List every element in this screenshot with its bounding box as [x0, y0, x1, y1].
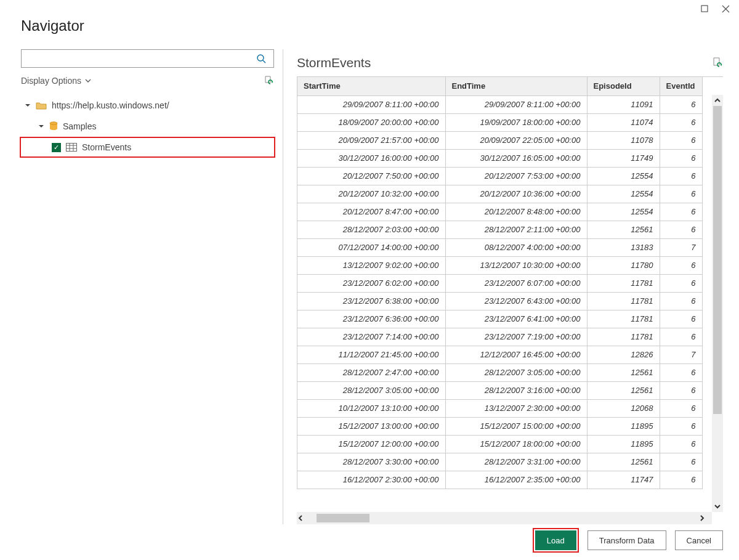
table-row[interactable]: 16/12/2007 2:30:00 +00:0016/12/2007 2:35… — [297, 471, 702, 489]
table-cell: 6 — [660, 292, 702, 310]
table-icon — [66, 143, 77, 152]
table-cell: 16/12/2007 2:35:00 +00:00 — [445, 471, 587, 489]
search-input[interactable] — [22, 54, 256, 63]
table-cell: 11895 — [587, 417, 660, 435]
table-row[interactable]: 23/12/2007 7:14:00 +00:0023/12/2007 7:19… — [297, 328, 702, 346]
table-cell: 6 — [660, 113, 702, 131]
table-row[interactable]: 20/09/2007 21:57:00 +00:0020/09/2007 22:… — [297, 131, 702, 149]
table-row[interactable]: 10/12/2007 13:10:00 +00:0013/12/2007 2:3… — [297, 399, 702, 417]
search-icon[interactable] — [256, 54, 273, 63]
table-cell: 6 — [660, 274, 702, 292]
refresh-preview-icon[interactable] — [711, 57, 723, 69]
col-header[interactable]: EpisodeId — [587, 77, 660, 95]
table-row[interactable]: 15/12/2007 13:00:00 +00:0015/12/2007 15:… — [297, 417, 702, 435]
col-header[interactable]: EventId — [660, 77, 702, 95]
table-cell: 11780 — [587, 256, 660, 274]
table-cell: 18/09/2007 20:00:00 +00:00 — [297, 113, 445, 131]
table-cell: 28/12/2007 3:05:00 +00:00 — [445, 363, 587, 381]
page-title: Navigator — [0, 0, 739, 42]
table-cell: 30/12/2007 16:00:00 +00:00 — [297, 149, 445, 167]
table-cell: 13/12/2007 10:30:00 +00:00 — [445, 256, 587, 274]
vertical-scrollbar[interactable] — [712, 95, 723, 512]
table-row[interactable]: 07/12/2007 14:00:00 +00:0008/12/2007 4:0… — [297, 238, 702, 256]
scrollbar-thumb[interactable] — [713, 106, 722, 414]
table-row[interactable]: 29/09/2007 8:11:00 +00:0029/09/2007 8:11… — [297, 95, 702, 113]
tree-database-node[interactable]: Samples — [21, 116, 274, 137]
transform-data-button[interactable]: Transform Data — [588, 530, 666, 550]
horizontal-scrollbar[interactable] — [297, 512, 712, 524]
svg-line-4 — [263, 60, 265, 63]
table-cell: 6 — [660, 435, 702, 453]
table-cell: 6 — [660, 417, 702, 435]
table-cell: 6 — [660, 149, 702, 167]
window-close-icon[interactable] — [721, 4, 730, 14]
table-cell: 20/12/2007 7:53:00 +00:00 — [445, 167, 587, 185]
scroll-down-icon[interactable] — [714, 501, 721, 512]
table-cell: 6 — [660, 95, 702, 113]
cancel-button[interactable]: Cancel — [675, 530, 723, 550]
table-row[interactable]: 28/12/2007 2:47:00 +00:0028/12/2007 3:05… — [297, 363, 702, 381]
display-options-dropdown[interactable]: Display Options — [21, 76, 91, 86]
preview-table: StartTime EndTime EpisodeId EventId 29/0… — [297, 77, 703, 489]
table-cell: 12826 — [587, 346, 660, 363]
window-restore-icon[interactable] — [700, 4, 709, 14]
table-cell: 28/12/2007 3:16:00 +00:00 — [445, 381, 587, 399]
table-row[interactable]: 28/12/2007 2:03:00 +00:0028/12/2007 2:11… — [297, 221, 702, 238]
table-row[interactable]: 18/09/2007 20:00:00 +00:0019/09/2007 18:… — [297, 113, 702, 131]
table-cell: 11074 — [587, 113, 660, 131]
table-cell: 11781 — [587, 328, 660, 346]
table-row[interactable]: 20/12/2007 8:47:00 +00:0020/12/2007 8:48… — [297, 203, 702, 221]
preview-pane: StormEvents StartTime EndTime EpisodeId — [283, 49, 739, 524]
table-row[interactable]: 28/12/2007 3:05:00 +00:0028/12/2007 3:16… — [297, 381, 702, 399]
table-row[interactable]: 23/12/2007 6:36:00 +00:0023/12/2007 6:41… — [297, 310, 702, 328]
table-row[interactable]: 11/12/2007 21:45:00 +00:0012/12/2007 16:… — [297, 346, 702, 363]
table-cell: 11/12/2007 21:45:00 +00:00 — [297, 346, 445, 363]
scroll-up-icon[interactable] — [714, 95, 721, 106]
table-cell: 12554 — [587, 203, 660, 221]
table-cell: 23/12/2007 7:14:00 +00:00 — [297, 328, 445, 346]
table-row[interactable]: 20/12/2007 7:50:00 +00:0020/12/2007 7:53… — [297, 167, 702, 185]
table-row[interactable]: 30/12/2007 16:00:00 +00:0030/12/2007 16:… — [297, 149, 702, 167]
table-row[interactable]: 23/12/2007 6:38:00 +00:0023/12/2007 6:43… — [297, 292, 702, 310]
table-cell: 20/12/2007 8:48:00 +00:00 — [445, 203, 587, 221]
table-row[interactable]: 20/12/2007 10:32:00 +00:0020/12/2007 10:… — [297, 185, 702, 203]
dialog-footer: Load Transform Data Cancel — [533, 528, 723, 553]
svg-point-3 — [257, 55, 264, 61]
table-cell: 28/12/2007 3:05:00 +00:00 — [297, 381, 445, 399]
table-checkbox[interactable]: ✓ — [52, 143, 61, 152]
table-cell: 23/12/2007 6:43:00 +00:00 — [445, 292, 587, 310]
table-row[interactable]: 28/12/2007 3:30:00 +00:0028/12/2007 3:31… — [297, 453, 702, 471]
scroll-left-icon[interactable] — [297, 514, 310, 522]
search-input-wrap[interactable] — [21, 49, 274, 68]
table-cell: 13/12/2007 9:02:00 +00:00 — [297, 256, 445, 274]
scroll-right-icon[interactable] — [698, 514, 712, 522]
table-row[interactable]: 23/12/2007 6:02:00 +00:0023/12/2007 6:07… — [297, 274, 702, 292]
tree-table-node[interactable]: ✓ StormEvents — [20, 137, 275, 158]
refresh-tree-icon[interactable] — [263, 75, 274, 86]
table-row[interactable]: 15/12/2007 12:00:00 +00:0015/12/2007 18:… — [297, 435, 702, 453]
tree-database-label: Samples — [63, 121, 96, 131]
table-cell: 6 — [660, 221, 702, 238]
table-cell: 12068 — [587, 399, 660, 417]
table-cell: 29/09/2007 8:11:00 +00:00 — [297, 95, 445, 113]
table-cell: 07/12/2007 14:00:00 +00:00 — [297, 238, 445, 256]
table-cell: 28/12/2007 2:03:00 +00:00 — [297, 221, 445, 238]
navigator-tree: https://help.kusto.windows.net/ Samples … — [21, 95, 274, 158]
table-row[interactable]: 13/12/2007 9:02:00 +00:0013/12/2007 10:3… — [297, 256, 702, 274]
table-cell: 6 — [660, 185, 702, 203]
tree-root-node[interactable]: https://help.kusto.windows.net/ — [21, 95, 274, 116]
tree-table-label: StormEvents — [82, 142, 131, 152]
table-cell: 11078 — [587, 131, 660, 149]
table-cell: 11895 — [587, 435, 660, 453]
table-cell: 11781 — [587, 274, 660, 292]
col-header[interactable]: StartTime — [297, 77, 445, 95]
table-cell: 6 — [660, 453, 702, 471]
table-cell: 12561 — [587, 453, 660, 471]
col-header[interactable]: EndTime — [445, 77, 587, 95]
tree-root-label: https://help.kusto.windows.net/ — [52, 100, 169, 110]
scrollbar-thumb[interactable] — [317, 514, 370, 522]
table-cell: 12561 — [587, 363, 660, 381]
load-button[interactable]: Load — [535, 530, 576, 550]
table-cell: 20/09/2007 22:05:00 +00:00 — [445, 131, 587, 149]
table-cell: 28/12/2007 2:11:00 +00:00 — [445, 221, 587, 238]
